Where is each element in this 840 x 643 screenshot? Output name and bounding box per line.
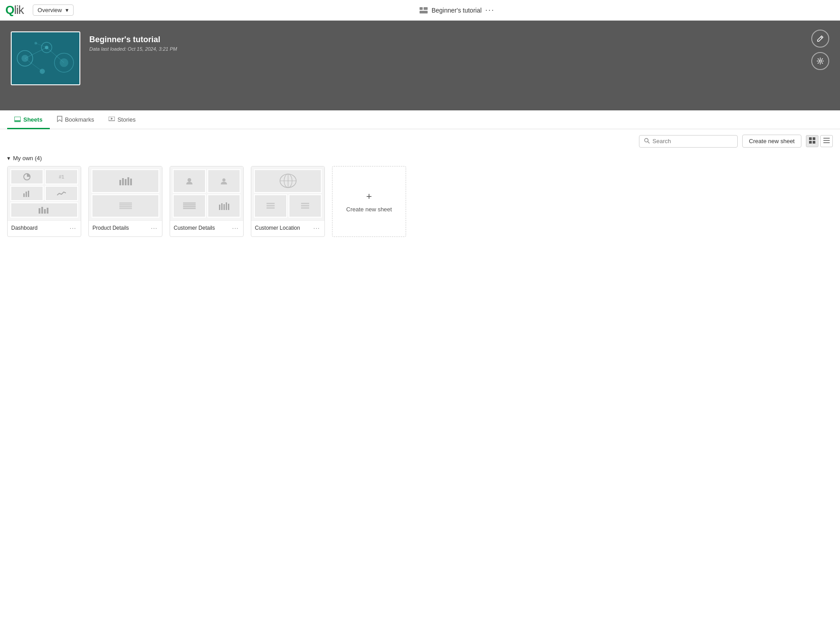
search-box[interactable] [639, 135, 738, 148]
svg-rect-56 [226, 202, 227, 210]
app-more-button[interactable]: ··· [485, 5, 494, 15]
svg-rect-62 [267, 203, 275, 204]
svg-rect-42 [130, 179, 132, 185]
svg-rect-35 [41, 207, 43, 214]
app-title-hero: Beginner's tutorial [89, 35, 177, 44]
svg-line-22 [648, 141, 650, 143]
grid-view-button[interactable] [806, 135, 818, 147]
preview-cell [289, 194, 322, 218]
view-toggle [806, 135, 833, 147]
location-footer: Customer Location ··· [251, 220, 324, 235]
svg-rect-52 [183, 208, 196, 209]
svg-rect-40 [125, 179, 127, 185]
sheet-card-customer-details[interactable]: Customer Details ··· [170, 166, 244, 237]
qlik-q: Q [5, 3, 14, 17]
create-new-sheet-card[interactable]: + Create new sheet [332, 166, 406, 237]
product-label: Product Details [92, 225, 129, 231]
svg-rect-0 [420, 7, 423, 10]
svg-rect-46 [119, 208, 132, 209]
sheet-card-dashboard[interactable]: #1 Dashboard ··· [7, 166, 81, 237]
bookmarks-icon [57, 116, 62, 123]
stories-icon [109, 116, 115, 123]
search-input[interactable] [652, 138, 733, 144]
app-thumbnail [11, 31, 80, 85]
dashboard-footer: Dashboard ··· [8, 220, 81, 235]
tab-bookmarks[interactable]: Bookmarks [50, 110, 101, 129]
dashboard-more-button[interactable]: ··· [69, 224, 77, 232]
location-more-button[interactable]: ··· [312, 224, 321, 232]
dashboard-label: Dashboard [11, 225, 38, 231]
preview-cell [92, 194, 159, 218]
create-new-sheet-label: Create new sheet [346, 206, 392, 213]
customer-preview [170, 166, 243, 220]
preview-cell [254, 194, 287, 218]
customer-more-button[interactable]: ··· [231, 224, 240, 232]
tab-stories[interactable]: Stories [101, 111, 143, 129]
svg-rect-38 [119, 180, 121, 185]
settings-button[interactable] [811, 52, 829, 70]
svg-rect-41 [127, 177, 129, 185]
svg-rect-37 [47, 208, 48, 214]
section-label: My own (4) [13, 155, 42, 162]
product-more-button[interactable]: ··· [150, 224, 158, 232]
sheet-card-customer-location[interactable]: Customer Location ··· [251, 166, 325, 237]
svg-rect-63 [267, 205, 275, 206]
svg-point-12 [39, 69, 45, 74]
sheets-grid: #1 Dashboard ··· [0, 166, 840, 248]
toolbar: Create new sheet [0, 129, 840, 153]
svg-point-16 [819, 60, 822, 62]
overview-label: Overview [38, 7, 62, 13]
svg-point-13 [45, 46, 48, 49]
svg-point-48 [223, 179, 226, 182]
svg-rect-54 [221, 203, 223, 210]
svg-rect-23 [809, 137, 812, 140]
nav-center: Beginner's tutorial ··· [79, 5, 835, 15]
top-nav: Qlik Overview ▾ Beginner's tutorial ··· [0, 0, 840, 21]
svg-rect-24 [813, 137, 815, 140]
svg-rect-67 [301, 207, 309, 209]
product-footer: Product Details ··· [89, 220, 162, 235]
svg-point-47 [188, 178, 191, 182]
list-view-button[interactable] [820, 135, 833, 147]
svg-rect-25 [809, 141, 812, 144]
svg-point-14 [35, 42, 37, 44]
section-toggle-icon: ▾ [7, 155, 10, 162]
dashboard-preview: #1 [8, 166, 81, 220]
svg-rect-65 [301, 203, 309, 204]
tab-stories-label: Stories [118, 116, 136, 123]
svg-rect-2 [420, 11, 428, 13]
app-title: Beginner's tutorial [432, 7, 482, 14]
edit-button[interactable] [811, 30, 829, 48]
overview-dropdown[interactable]: Overview ▾ [33, 4, 74, 16]
qlik-logo: Qlik [5, 3, 24, 17]
search-icon [644, 138, 650, 145]
svg-rect-33 [28, 191, 29, 197]
chevron-down-icon: ▾ [66, 7, 69, 13]
app-last-loaded: Data last loaded: Oct 15, 2024, 3:21 PM [89, 46, 177, 52]
svg-rect-45 [119, 206, 132, 207]
customer-footer: Customer Details ··· [170, 220, 243, 235]
svg-rect-44 [119, 204, 132, 206]
preview-cell [92, 169, 159, 193]
preview-cell [10, 186, 44, 201]
section-toggle-button[interactable]: ▾ My own (4) [7, 155, 42, 162]
location-label: Customer Location [255, 225, 300, 231]
section-header: ▾ My own (4) [0, 153, 840, 166]
create-new-sheet-button[interactable]: Create new sheet [742, 135, 801, 148]
svg-rect-55 [223, 204, 225, 210]
preview-cell [10, 202, 78, 218]
sheet-card-product-details[interactable]: Product Details ··· [88, 166, 162, 237]
customer-label: Customer Details [174, 225, 215, 231]
preview-cell [173, 194, 206, 218]
svg-rect-66 [301, 205, 309, 206]
svg-rect-34 [39, 208, 40, 214]
tab-sheets[interactable]: Sheets [7, 111, 50, 129]
svg-rect-17 [14, 117, 21, 121]
svg-rect-57 [228, 204, 229, 210]
svg-rect-51 [183, 206, 196, 207]
product-preview [89, 166, 162, 220]
sheets-icon [14, 116, 21, 123]
svg-rect-32 [26, 192, 27, 197]
tabs-bar: Sheets Bookmarks Stories [0, 110, 840, 129]
svg-marker-20 [111, 118, 113, 120]
